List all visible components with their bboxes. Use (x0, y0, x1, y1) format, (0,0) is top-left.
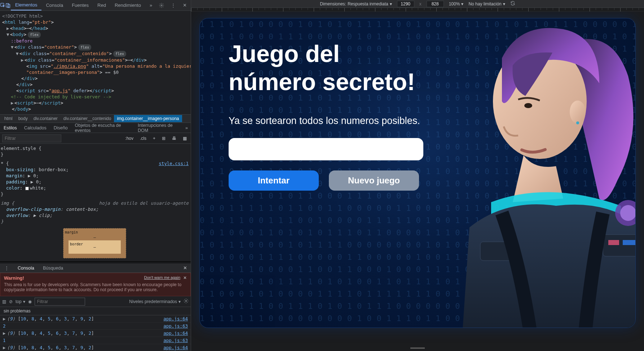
console-source-link[interactable]: app.js:64 (163, 330, 188, 336)
console-eye-icon[interactable]: ◉ (28, 299, 32, 304)
cls-toggle[interactable]: .cls (138, 135, 148, 142)
subtab-estilos[interactable]: Estilos (0, 125, 21, 130)
svg-point-4 (185, 300, 187, 302)
viewport-area: Dimensiones: Respuesta inmediata ▾ x 100… (191, 0, 644, 351)
tab-elementos[interactable]: Elementos (11, 0, 41, 10)
doctype: <!DOCTYPE html> (2, 13, 43, 19)
computed-icon[interactable]: ⊞ (160, 135, 167, 142)
tab-rendimiento[interactable]: Rendimiento (110, 0, 145, 10)
inspect-icon[interactable] (0, 0, 5, 10)
console-source-link[interactable]: app.js:63 (163, 323, 188, 329)
warn-dont-link[interactable]: Don't warn me again (144, 275, 180, 280)
console-log[interactable]: ▶(9) [10, 8, 4, 5, 6, 3, 7, 9, 2]app.js:… (0, 315, 191, 351)
tab-fuentes[interactable]: Fuentes (67, 0, 93, 10)
console-no-issues: sin problemas (0, 307, 191, 315)
console-drawer-tabs: ⋮ Consola Búsqueda ✕ (0, 263, 191, 273)
print-icon[interactable]: 🖶 (170, 135, 178, 142)
crumb-contenido[interactable]: div.container__contenido (61, 115, 114, 122)
device-toolbar: Dimensiones: Respuesta inmediata ▾ x 100… (191, 0, 644, 8)
rotate-icon[interactable] (510, 1, 515, 7)
svg-point-3 (161, 5, 162, 6)
console-settings-icon[interactable] (184, 298, 189, 305)
number-input[interactable] (229, 138, 423, 160)
elements-tree[interactable]: <!DOCTYPE html> <html lang="pt-br"> ▶<he… (0, 11, 191, 114)
elements-breadcrumb[interactable]: html body div.container div.container__c… (0, 114, 191, 123)
devtools-panel: Elementos Consola Fuentes Red Rendimient… (0, 0, 191, 351)
console-row[interactable]: ▶(9) [10, 8, 4, 5, 6, 3, 7, 9, 2]app.js:… (0, 315, 191, 323)
subtab-dom[interactable]: Interrupciones de DOM (134, 123, 182, 133)
warn-close-icon[interactable]: ✕ (183, 275, 187, 280)
device-dropdown[interactable]: Dimensiones: Respuesta inmediata ▾ (320, 1, 392, 6)
hov-toggle[interactable]: :hov (123, 135, 135, 142)
viewport-resize-handle[interactable] (410, 347, 425, 349)
ruler (191, 8, 644, 12)
intentar-button[interactable]: Intentar (229, 170, 319, 191)
styles-filter-input[interactable] (2, 134, 61, 142)
grid-icon[interactable]: ▦ (181, 135, 189, 142)
devtools-tabs: Elementos Consola Fuentes Red Rendimient… (0, 0, 191, 11)
console-source-link[interactable]: app.js:63 (163, 338, 188, 343)
console-row[interactable]: 2app.js:63 (0, 323, 191, 330)
drawer-tab-busqueda[interactable]: Búsqueda (39, 266, 67, 271)
tab-red[interactable]: Red (93, 0, 110, 10)
settings-icon[interactable] (156, 0, 167, 10)
crumb-container[interactable]: div.container (31, 115, 61, 122)
console-source-link[interactable]: app.js:64 (163, 316, 188, 321)
new-rule-icon[interactable]: + (151, 135, 157, 142)
drawer-tab-consola[interactable]: Consola (13, 266, 39, 271)
crumb-body[interactable]: body (16, 115, 31, 122)
subtab-eventos[interactable]: Objetos de escucha de eventos (71, 123, 134, 133)
box-model: margin – border – (63, 228, 126, 258)
drawer-close-icon[interactable]: ✕ (180, 265, 191, 271)
styles-filter-row: :hov .cls + ⊞ 🖶 ▦ (0, 133, 191, 144)
nuevo-juego-button[interactable]: Nuevo juego (329, 170, 419, 191)
tab-consola[interactable]: Consola (41, 0, 67, 10)
styles-subtabs: Estilos Calculados Diseño Objetos de esc… (0, 123, 191, 133)
console-toolbar: ▥ ⊘ top ▾ ◉ Niveles predeterminados ▾ (0, 296, 191, 307)
element-style-rule[interactable]: element.style { (1, 145, 189, 151)
console-filter-input[interactable] (35, 298, 85, 306)
crumb-html[interactable]: html (1, 115, 16, 122)
subtab-more[interactable]: » (182, 125, 191, 130)
console-row[interactable]: 1app.js:63 (0, 337, 191, 344)
subtab-diseno[interactable]: Diseño (50, 125, 71, 130)
zoom-dropdown[interactable]: 100% ▾ (449, 1, 464, 6)
drawer-kebab[interactable]: ⋮ (0, 265, 13, 271)
console-levels-dropdown[interactable]: Niveles predeterminados ▾ (129, 299, 181, 304)
page-title: Juego del número secreto! (229, 40, 431, 96)
subtab-calculados[interactable]: Calculados (21, 125, 50, 130)
height-input[interactable] (427, 1, 444, 7)
rendered-page: 1110100000101010111100100001110101101110… (199, 18, 636, 328)
console-clear-icon[interactable]: ⊘ (9, 299, 13, 304)
console-row[interactable]: ▶(9) [10, 8, 4, 5, 6, 3, 7, 9, 2]app.js:… (0, 330, 191, 337)
width-input[interactable] (397, 1, 414, 7)
console-source-link[interactable]: app.js:64 (163, 345, 188, 350)
console-row[interactable]: ▶(9) [10, 8, 4, 5, 6, 3, 7, 9, 2]app.js:… (0, 344, 191, 351)
styles-body: element.style { } style.css:1 * { box-si… (0, 144, 191, 261)
throttle-dropdown[interactable]: No hay limitación ▾ (468, 1, 505, 6)
warn-body: This area is for use by developers only.… (4, 282, 187, 292)
crumb-img[interactable]: img.container__imagen-persona (114, 115, 182, 122)
dim-x: x (419, 1, 422, 6)
rule-source-ua: hoja de estilo del usuario-agente (99, 200, 189, 206)
console-selfxss-warning: ✕ Don't warn me again Warning! This area… (0, 273, 191, 296)
console-context-dropdown[interactable]: top ▾ (16, 299, 25, 304)
rule-source-link[interactable]: style.css:1 (159, 160, 189, 166)
device-toggle-icon[interactable] (5, 0, 11, 10)
tab-more[interactable]: » (145, 0, 156, 10)
page-subtitle: Ya se sortearon todos los numeros posibl… (229, 114, 431, 127)
close-devtools-icon[interactable]: ✕ (180, 0, 190, 10)
kebab-icon[interactable]: ⋮ (168, 0, 178, 10)
console-sidebar-icon[interactable]: ▥ (2, 299, 6, 304)
